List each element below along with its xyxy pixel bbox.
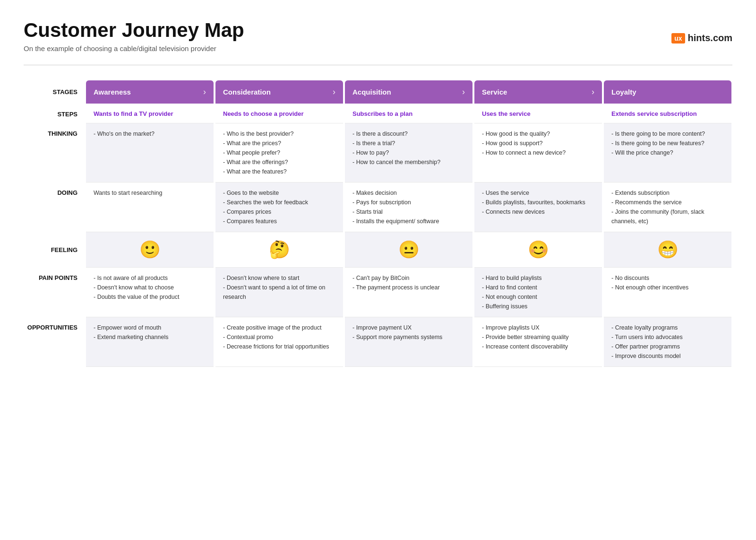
chevron-icon: › (203, 87, 206, 97)
doing-1: - Goes to the website - Searches the web… (215, 183, 343, 232)
steps-label: STEPS (24, 105, 85, 123)
stage-loyalty: Loyalty (604, 80, 731, 104)
stage-service: Service › (474, 80, 602, 104)
feeling-2: 😐 (345, 232, 472, 268)
stage-consideration: Consideration › (215, 80, 343, 104)
thinking-2: - Is there a discount? - Is there a tria… (345, 123, 472, 183)
opportunities-label: OPPORTUNITIES (24, 317, 85, 367)
doing-4: - Extends subscription - Recommends the … (604, 183, 731, 232)
step-2: Subscribes to a plan (345, 105, 472, 123)
feeling-3: 😊 (474, 232, 602, 268)
thinking-3: - How good is the quality? - How good is… (474, 123, 602, 183)
divider (24, 65, 732, 65)
opp-3: - Improve playlists UX - Provide better … (474, 317, 602, 367)
journey-map-table: STAGES Awareness › Consideration › Acqui… (24, 79, 732, 367)
chevron-icon: › (333, 87, 335, 97)
stage-acquisition: Acquisition › (345, 80, 472, 104)
step-4: Extends service subscription (604, 105, 731, 123)
doing-0: Wants to start researching (86, 183, 214, 232)
feeling-1: 🤔 (215, 232, 343, 268)
pain-4: - No discounts - Not enough other incent… (604, 268, 731, 317)
pain-3: - Hard to build playlists - Hard to find… (474, 268, 602, 317)
pain-2: - Can't pay by BitCoin - The payment pro… (345, 268, 472, 317)
logo-domain: hints.com (688, 33, 732, 44)
chevron-icon: › (462, 87, 465, 97)
doing-3: - Uses the service - Builds playlists, f… (474, 183, 602, 232)
feeling-label: FEELING (24, 232, 85, 268)
step-3: Uses the service (474, 105, 602, 123)
stages-label: STAGES (24, 79, 85, 105)
chevron-icon: › (592, 87, 594, 97)
thinking-4: - Is there going to be more content? - I… (604, 123, 731, 183)
opp-4: - Create loyalty programs - Turn users i… (604, 317, 731, 367)
opp-1: - Create positive image of the product -… (215, 317, 343, 367)
thinking-1: - Who is the best provider? - What are t… (215, 123, 343, 183)
thinking-label: THINKING (24, 123, 85, 183)
page-subtitle: On the example of choosing a cable/digit… (24, 44, 244, 52)
page-title: Customer Journey Map (24, 19, 244, 42)
doing-2: - Makes decision - Pays for subscription… (345, 183, 472, 232)
feeling-0: 🙂 (86, 232, 214, 268)
header: Customer Journey Map On the example of c… (24, 19, 244, 52)
pain-points-label: PAIN POINTS (24, 268, 85, 317)
logo: ux hints.com (671, 33, 732, 44)
step-1: Needs to choose a provider (215, 105, 343, 123)
stage-awareness: Awareness › (86, 80, 214, 104)
logo-ux-badge: ux (671, 33, 685, 44)
pain-1: - Doesn't know where to start - Doesn't … (215, 268, 343, 317)
doing-label: DOING (24, 183, 85, 232)
feeling-4: 😁 (604, 232, 731, 268)
opp-0: - Empower word of mouth - Extend marketi… (86, 317, 214, 367)
step-0: Wants to find a TV provider (86, 105, 214, 123)
pain-0: - Is not aware of all products - Doesn't… (86, 268, 214, 317)
opp-2: - Improve payment UX - Support more paym… (345, 317, 472, 367)
thinking-0: - Who's on the market? (86, 123, 214, 183)
